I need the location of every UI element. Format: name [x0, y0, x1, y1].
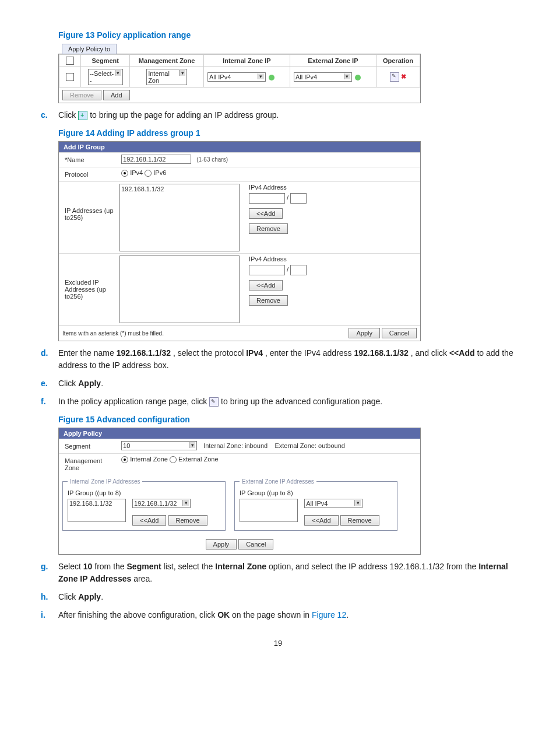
- add-ip-button[interactable]: <<Add: [249, 208, 283, 219]
- step-text: Click: [58, 110, 78, 120]
- step-i: i. After finishing the above configurati…: [41, 609, 515, 621]
- panel-title: Add IP Group: [59, 142, 420, 152]
- step-h: h. Click Apply.: [41, 591, 515, 603]
- edit-icon[interactable]: [390, 72, 399, 82]
- excluded-ip-label: Excluded IP Addresses (up to256): [62, 256, 119, 302]
- internal-ip-listbox[interactable]: 192.168.1.1/32: [68, 499, 126, 522]
- figure-12-link[interactable]: Figure 12: [312, 610, 346, 620]
- col-operation: Operation: [376, 55, 420, 67]
- apply-button[interactable]: Apply: [206, 539, 237, 550]
- internal-zone-label: Internal Zone: [130, 456, 168, 463]
- figure-13-caption: Figure 13 Policy application range: [58, 30, 515, 40]
- add-icon: [78, 111, 87, 120]
- zone-info: External Zone: outbound: [275, 442, 344, 449]
- ip-addresses-label: IP Addresses (up to256): [62, 184, 119, 223]
- protocol-label: Protocol: [62, 169, 119, 180]
- segment-label: Segment: [62, 441, 119, 452]
- remove-button[interactable]: Remove: [62, 90, 101, 100]
- step-d: d. Enter the name 192.168.1.1/32 , selec…: [41, 347, 515, 372]
- step-e: e. Click Apply.: [41, 377, 515, 390]
- external-ip-listbox[interactable]: [240, 499, 298, 522]
- step-marker: c.: [41, 109, 55, 121]
- external-legend: External Zone IP Addresses: [240, 478, 316, 485]
- step-f: f. In the policy application range page,…: [41, 396, 515, 408]
- ip-addresses-listbox[interactable]: 192.168.1.1/32: [119, 184, 240, 251]
- mgmt-zone-select[interactable]: Internal Zon: [146, 69, 187, 85]
- add-internal-ip-icon[interactable]: [269, 75, 275, 80]
- ipv4-radio[interactable]: [121, 170, 128, 177]
- ipv4-input[interactable]: [249, 193, 285, 204]
- zone-info: Internal Zone: inbound: [203, 442, 268, 449]
- page-number: 19: [41, 639, 515, 648]
- excl-ipv4-input[interactable]: [249, 265, 285, 275]
- external-ip-select[interactable]: All IPv4: [294, 72, 352, 82]
- external-remove-button[interactable]: Remove: [340, 515, 379, 526]
- add-ip-group-panel: Add IP Group *Name 192.168.1.1/32 (1-63 …: [58, 141, 421, 341]
- col-internal-ip: Internal Zone IP: [203, 55, 290, 67]
- internal-add-button[interactable]: <<Add: [132, 515, 166, 526]
- row-checkbox[interactable]: [66, 73, 74, 81]
- name-input[interactable]: 192.168.1.1/32: [121, 155, 191, 164]
- ipv4-address-label: IPv4 Address: [249, 184, 307, 191]
- col-mgmt-zone: Management Zone: [130, 55, 204, 67]
- external-add-button[interactable]: <<Add: [304, 515, 338, 526]
- name-label: *Name: [62, 155, 119, 165]
- excluded-ip-listbox[interactable]: [119, 256, 240, 323]
- external-ip-select[interactable]: All IPv4: [304, 499, 363, 508]
- step-g: g. Select 10 from the Segment list, sele…: [41, 561, 515, 585]
- panel-title: Apply Policy: [59, 428, 420, 439]
- excl-ipv4-prefix-input[interactable]: [290, 265, 307, 275]
- step-c: c. Click to bring up the page for adding…: [41, 109, 515, 121]
- internal-ip-select[interactable]: 192.168.1.1/32: [132, 499, 191, 508]
- mgmt-zone-label: Management Zone: [62, 456, 119, 473]
- internal-zone-radio[interactable]: [121, 456, 128, 463]
- remove-excl-button[interactable]: Remove: [249, 295, 288, 306]
- edit-icon: [209, 397, 219, 407]
- internal-zone-fieldset: Internal Zone IP Addresses IP Group ((up…: [62, 478, 226, 531]
- ipv6-radio[interactable]: [145, 170, 152, 177]
- step-text: to bring up the page for adding an IP ad…: [90, 110, 279, 120]
- figure-15-caption: Figure 15 Advanced configuration: [58, 415, 515, 424]
- table-row: --Select-- Internal Zon All IPv4 All IPv…: [59, 67, 420, 88]
- required-note: Items with an asterisk (*) must be fille…: [62, 330, 164, 337]
- apply-policy-panel: Apply Policy Segment 10 Internal Zone: i…: [58, 428, 421, 555]
- col-segment: Segment: [81, 55, 130, 67]
- name-hint: (1-63 chars): [196, 156, 228, 163]
- external-zone-fieldset: External Zone IP Addresses IP Group ((up…: [234, 478, 397, 531]
- internal-ip-select[interactable]: All IPv4: [207, 72, 266, 82]
- cancel-button[interactable]: Cancel: [382, 328, 417, 338]
- external-zone-radio[interactable]: [170, 456, 177, 463]
- internal-remove-button[interactable]: Remove: [168, 515, 207, 526]
- add-excl-button[interactable]: <<Add: [249, 280, 283, 290]
- ipv4-prefix-input[interactable]: [290, 193, 307, 204]
- select-all-checkbox[interactable]: [66, 57, 74, 65]
- policy-range-table: Segment Management Zone Internal Zone IP…: [59, 54, 420, 88]
- col-external-ip: External Zone IP: [290, 55, 376, 67]
- delete-icon[interactable]: ✖: [401, 73, 406, 80]
- segment-select[interactable]: --Select--: [88, 69, 123, 85]
- ip-group-label: IP Group ((up to 8): [240, 489, 392, 496]
- ipv4-address-label: IPv4 Address: [249, 256, 307, 262]
- ipv4-label: IPv4: [130, 169, 143, 176]
- ip-group-label: IP Group ((up to 8): [68, 489, 220, 496]
- ipv6-label: IPv6: [153, 169, 166, 176]
- figure-14-caption: Figure 14 Adding IP address group 1: [58, 128, 515, 138]
- apply-button[interactable]: Apply: [349, 328, 380, 338]
- external-zone-label: External Zone: [178, 456, 218, 463]
- add-button[interactable]: Add: [103, 90, 130, 100]
- segment-select[interactable]: 10: [121, 441, 197, 450]
- add-external-ip-icon[interactable]: [355, 75, 361, 80]
- cancel-button[interactable]: Cancel: [238, 539, 273, 550]
- internal-legend: Internal Zone IP Addresses: [68, 478, 142, 485]
- apply-policy-to-tab[interactable]: Apply Policy to: [62, 44, 117, 54]
- remove-ip-button[interactable]: Remove: [249, 223, 288, 234]
